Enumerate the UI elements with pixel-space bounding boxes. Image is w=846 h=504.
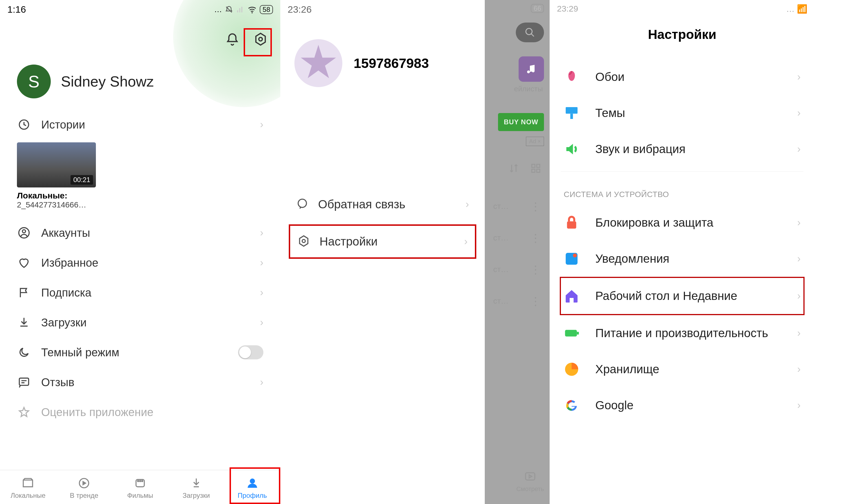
settings-themes[interactable]: Темы › (561, 95, 804, 131)
chevron-right-icon: › (797, 363, 800, 375)
download-icon (17, 316, 31, 329)
ad-badge[interactable]: Ad × (526, 137, 544, 146)
mute-icon (225, 5, 233, 14)
more-icon[interactable]: ⋮ (530, 205, 541, 208)
settings-home-recents[interactable]: Рабочий стол и Недавние › (560, 277, 805, 315)
nav-movies[interactable]: Фильмы (112, 470, 169, 504)
status-time: 23:29 (557, 4, 578, 14)
settings-storage[interactable]: Хранилище › (561, 351, 804, 387)
search-button[interactable] (516, 22, 544, 42)
lock-icon (564, 215, 580, 231)
svg-rect-23 (570, 113, 573, 119)
story-caption-1: Локальные: (17, 191, 263, 200)
menu-downloads[interactable]: Загрузки › (8, 308, 272, 337)
darkmode-toggle[interactable] (238, 345, 263, 359)
settings-lock[interactable]: Блокировка и защита › (561, 205, 804, 241)
notifications-icon (564, 251, 580, 267)
menu-favorite[interactable]: Избранное › (8, 248, 272, 278)
music-chip[interactable] (518, 56, 544, 82)
sound-icon (564, 141, 580, 157)
list-row[interactable]: ст…⋮ (485, 191, 550, 222)
svg-rect-18 (536, 164, 540, 167)
svg-point-5 (22, 230, 26, 233)
user-icon (17, 226, 31, 240)
chevron-right-icon: › (797, 253, 800, 265)
home-icon (564, 288, 580, 304)
moon-icon (17, 345, 31, 359)
chevron-right-icon: › (465, 198, 469, 210)
menu-subscribe[interactable]: Подписка › (8, 278, 272, 308)
nav-trending[interactable]: В тренде (56, 470, 112, 504)
svg-rect-28 (577, 332, 579, 334)
nav-downloads[interactable]: Загрузки (168, 470, 224, 504)
settings-google[interactable]: Google › (561, 387, 804, 424)
status-icons: … 58 (214, 5, 273, 14)
settings-wallpaper[interactable]: Обои › (561, 59, 804, 95)
settings-sound[interactable]: Звук и вибрация › (561, 131, 804, 167)
profile-header[interactable]: S Sidney Showz (0, 56, 280, 110)
menu-darkmode[interactable]: Темный режим (8, 337, 272, 367)
chevron-right-icon: › (260, 317, 263, 328)
story-duration: 00:21 (71, 175, 93, 185)
panel-profile: 1:16 … 58 S Sidney Showz Истории › 00:21 (0, 0, 280, 504)
list-row[interactable]: ст…⋮ (485, 254, 550, 285)
nav-watch[interactable]: Смотреть (516, 470, 544, 493)
story-preview[interactable]: 00:21 Локальные: 2_544277314666… (0, 140, 280, 218)
chat-icon (17, 375, 31, 389)
nav-local[interactable]: Локальные (0, 470, 56, 504)
grid-icon[interactable] (530, 163, 541, 174)
more-icon[interactable]: ⋮ (530, 236, 541, 239)
menu-feedback[interactable]: Отзыв › (8, 367, 272, 397)
svg-point-15 (302, 239, 305, 243)
chevron-right-icon: › (797, 217, 800, 229)
status-time: 1:16 (7, 4, 26, 15)
svg-point-9 (138, 481, 139, 482)
section-header: СИСТЕМА И УСТРОЙСТВО (550, 176, 815, 205)
avatar (295, 39, 342, 87)
chevron-right-icon: › (260, 119, 263, 130)
list-row[interactable]: ст…⋮ (485, 285, 550, 317)
wifi-icon (247, 5, 257, 14)
notifications-button[interactable] (224, 31, 241, 48)
profile-row[interactable]: 1597867983 (280, 17, 485, 110)
google-icon (564, 397, 580, 413)
panel-settings-menu: 23:26 1597867983 Обратная связь › Настро… (280, 0, 485, 504)
svg-rect-6 (19, 378, 29, 385)
more-icon: … (214, 5, 222, 14)
menu-history[interactable]: Истории › (8, 110, 272, 140)
svg-point-0 (251, 12, 253, 13)
settings-notifications[interactable]: Уведомления › (561, 241, 804, 277)
chevron-right-icon: › (797, 290, 800, 302)
chevron-right-icon: › (797, 399, 800, 411)
menu-feedback[interactable]: Обратная связь › (289, 188, 476, 220)
battery-indicator: 58 (260, 5, 273, 14)
menu-accounts[interactable]: Аккаунты › (8, 218, 272, 248)
signal-icon (236, 5, 245, 14)
svg-point-26 (573, 253, 577, 257)
playlists-label: ейлисты (485, 85, 550, 99)
menu-rate[interactable]: Оценить приложение (8, 397, 272, 427)
highlight-settings (244, 28, 272, 56)
battery-indicator: 66 (531, 4, 544, 13)
panel-system-settings: 23:29 … 📶 Настройки Обои › Темы › Звук и… (550, 0, 815, 504)
user-id: 1597867983 (354, 56, 429, 71)
menu-settings[interactable]: Настройки › (289, 224, 476, 259)
chevron-right-icon: › (797, 143, 800, 155)
more-icon[interactable]: ⋮ (530, 268, 541, 271)
svg-marker-14 (299, 236, 308, 246)
settings-battery[interactable]: Питание и производительность › (561, 315, 804, 351)
status-time: 23:26 (288, 4, 312, 15)
chevron-right-icon: › (797, 327, 800, 339)
list-row[interactable]: ст…⋮ (485, 222, 550, 254)
storage-icon (564, 361, 580, 377)
status-bar: 66 (485, 0, 550, 17)
chat-icon (296, 198, 310, 211)
more-icon[interactable]: ⋮ (530, 300, 541, 303)
star-icon (300, 45, 337, 82)
svg-point-10 (140, 481, 141, 482)
star-icon (17, 405, 31, 419)
sort-icon[interactable] (508, 163, 519, 174)
chevron-right-icon: › (797, 71, 800, 83)
buy-now-button[interactable]: BUY NOW (498, 113, 544, 131)
wallpaper-icon (564, 69, 580, 85)
